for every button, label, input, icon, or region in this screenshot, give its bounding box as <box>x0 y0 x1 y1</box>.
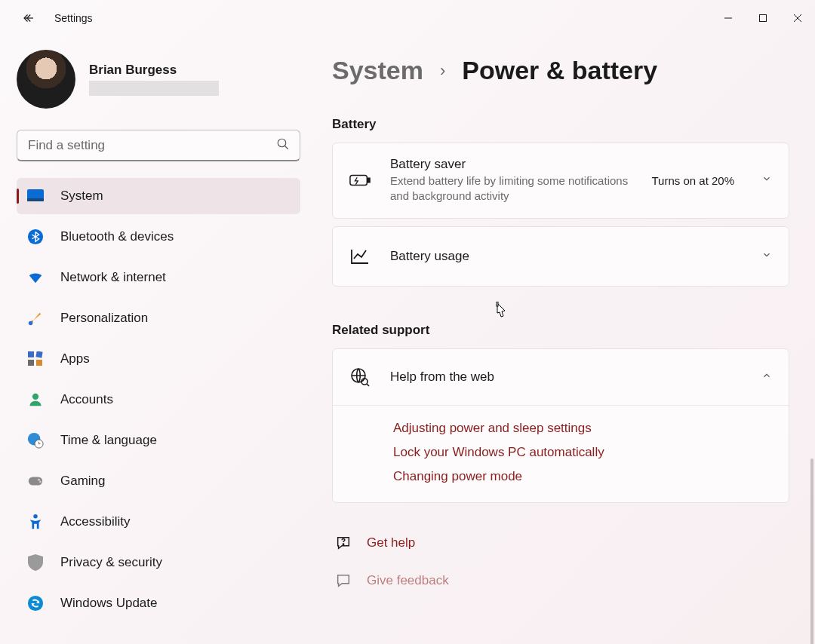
help-link[interactable]: Changing power mode <box>393 469 772 484</box>
nav-label: System <box>60 189 103 204</box>
nav-label: Gaming <box>60 474 106 489</box>
sidebar-item-gaming[interactable]: Gaming <box>17 463 300 499</box>
breadcrumb-current: Power & battery <box>462 56 657 85</box>
gamepad-icon <box>27 473 44 489</box>
nav-label: Windows Update <box>60 596 158 611</box>
system-icon <box>27 188 44 204</box>
card-title: Battery usage <box>390 249 742 264</box>
close-button[interactable] <box>780 6 815 30</box>
svg-point-15 <box>39 481 42 483</box>
help-link[interactable]: Lock your Windows PC automatically <box>393 445 772 460</box>
update-icon <box>27 595 44 612</box>
sidebar-item-bluetooth[interactable]: Bluetooth & devices <box>17 219 300 255</box>
help-link[interactable]: Adjusting power and sleep settings <box>393 421 772 436</box>
nav-label: Personalization <box>60 311 148 326</box>
svg-point-5 <box>29 321 33 326</box>
nav-label: Accounts <box>60 392 113 407</box>
get-help-row: Get help <box>332 524 789 562</box>
title-bar: Settings <box>0 0 815 36</box>
globe-search-icon <box>349 367 371 387</box>
nav-label: Apps <box>60 351 90 366</box>
svg-rect-3 <box>27 198 44 201</box>
card-description: Extend battery life by limiting some not… <box>390 173 632 204</box>
get-help-link[interactable]: Get help <box>367 535 415 550</box>
sidebar-item-network[interactable]: Network & internet <box>17 259 300 296</box>
chevron-up-icon <box>761 370 772 384</box>
svg-point-14 <box>38 479 40 481</box>
battery-saver-card[interactable]: Battery saver Extend battery life by lim… <box>332 143 789 219</box>
svg-point-1 <box>278 139 286 147</box>
scrollbar[interactable] <box>810 458 813 644</box>
svg-rect-7 <box>35 351 42 358</box>
sidebar-item-apps[interactable]: Apps <box>17 341 300 377</box>
breadcrumb: System › Power & battery <box>332 56 789 85</box>
avatar <box>17 50 75 109</box>
nav-label: Network & internet <box>60 270 166 285</box>
profile-email-placeholder <box>89 81 219 96</box>
chevron-down-icon <box>761 250 772 263</box>
globe-clock-icon <box>27 432 44 449</box>
window-controls <box>711 6 815 30</box>
svg-rect-8 <box>28 360 34 366</box>
main-content: System › Power & battery Battery Battery… <box>302 36 815 644</box>
sidebar-item-accessibility[interactable]: Accessibility <box>17 504 300 540</box>
help-icon <box>335 535 352 551</box>
card-title: Battery saver <box>390 157 632 172</box>
chevron-right-icon: › <box>440 61 445 81</box>
accessibility-icon <box>27 514 44 530</box>
help-web-header[interactable]: Help from the web <box>333 349 789 405</box>
sidebar: Brian Burgess System Bluetooth & devices <box>0 36 302 644</box>
svg-rect-18 <box>350 176 367 186</box>
help-links-list: Adjusting power and sleep settings Lock … <box>333 405 789 502</box>
bluetooth-icon <box>27 228 44 245</box>
sidebar-item-time[interactable]: Time & language <box>17 422 300 458</box>
svg-point-17 <box>28 596 43 611</box>
svg-rect-19 <box>368 178 370 182</box>
nav-label: Accessibility <box>60 514 131 529</box>
chevron-down-icon <box>761 173 772 187</box>
sidebar-item-accounts[interactable]: Accounts <box>17 382 300 418</box>
sidebar-item-personalization[interactable]: Personalization <box>17 300 300 336</box>
nav-list: System Bluetooth & devices Network & int… <box>17 178 300 621</box>
wifi-icon <box>27 269 44 286</box>
nav-label: Time & language <box>60 433 157 448</box>
search-wrap <box>17 130 300 161</box>
shield-icon <box>27 554 44 571</box>
battery-saver-icon <box>349 173 371 188</box>
battery-usage-card[interactable]: Battery usage <box>332 226 789 287</box>
breadcrumb-parent[interactable]: System <box>332 56 423 85</box>
person-icon <box>27 391 44 408</box>
profile-block[interactable]: Brian Burgess <box>17 50 302 109</box>
section-heading-battery: Battery <box>332 117 789 132</box>
give-feedback-row: Give feedback <box>332 562 789 600</box>
svg-rect-0 <box>760 15 767 22</box>
svg-point-16 <box>33 514 38 519</box>
nav-label: Bluetooth & devices <box>60 229 174 244</box>
give-feedback-link[interactable]: Give feedback <box>367 573 449 588</box>
svg-point-10 <box>32 394 38 400</box>
profile-name: Brian Burgess <box>89 63 219 78</box>
svg-rect-9 <box>36 360 42 366</box>
svg-rect-6 <box>28 351 34 357</box>
feedback-icon <box>335 572 352 589</box>
help-web-card: Help from the web Adjusting power and sl… <box>332 348 789 503</box>
nav-label: Privacy & security <box>60 555 162 570</box>
line-chart-icon <box>349 248 371 265</box>
brush-icon <box>27 310 44 327</box>
search-icon <box>276 137 290 154</box>
card-title: Help from the web <box>390 370 742 385</box>
sidebar-item-system[interactable]: System <box>17 178 300 214</box>
search-input[interactable] <box>17 130 300 161</box>
card-status: Turns on at 20% <box>651 174 734 187</box>
sidebar-item-update[interactable]: Windows Update <box>17 585 300 621</box>
maximize-button[interactable] <box>746 6 780 30</box>
back-button[interactable] <box>14 3 44 33</box>
minimize-button[interactable] <box>711 6 746 30</box>
svg-point-22 <box>343 544 343 544</box>
section-heading-support: Related support <box>332 323 789 338</box>
app-title: Settings <box>54 12 93 24</box>
apps-icon <box>27 351 44 367</box>
sidebar-item-privacy[interactable]: Privacy & security <box>17 544 300 581</box>
